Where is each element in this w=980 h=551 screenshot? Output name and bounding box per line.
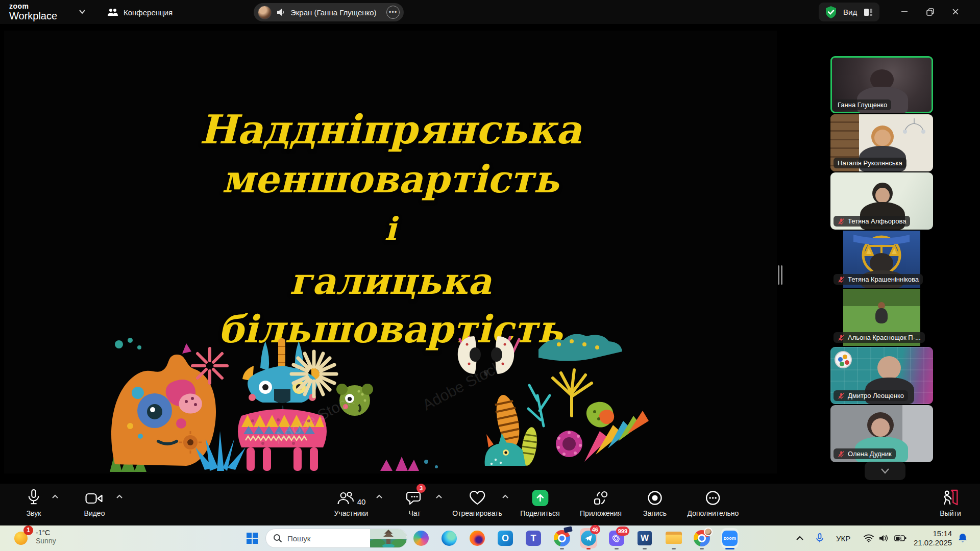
logo-workplace-text: Workplace	[9, 11, 57, 21]
teams-icon[interactable]: T	[525, 530, 542, 547]
search-placeholder: Пошук	[287, 534, 365, 543]
participant-tile[interactable]: Наталія Руколянська	[830, 114, 933, 171]
participant-tile[interactable]: Тетяна Крашеніннікова	[830, 231, 933, 288]
react-button[interactable]: Отреагировать	[452, 488, 502, 517]
running-indicator-attention	[586, 548, 591, 549]
participant-name: Ганна Глущенко	[838, 101, 887, 109]
react-options-chevron[interactable]	[501, 494, 509, 500]
apps-icon	[580, 488, 622, 506]
record-button[interactable]: Запись	[643, 488, 667, 517]
more-button[interactable]: Дополнительно	[688, 488, 739, 517]
restore-button[interactable]	[920, 3, 940, 20]
running-indicator	[672, 548, 676, 549]
participants-count: 40	[357, 497, 366, 506]
tab-conference[interactable]: Конференция	[102, 4, 178, 20]
share-screen-icon	[532, 490, 548, 506]
weather-badge: 1	[23, 525, 33, 535]
audio-options-chevron[interactable]	[51, 494, 59, 500]
share-pill-more-icon[interactable]: •••	[386, 6, 400, 19]
audio-button[interactable]: Звук	[26, 488, 41, 517]
participant-name: Альона Краснощок П-...	[848, 334, 921, 341]
chat-options-chevron[interactable]	[435, 494, 443, 500]
speaker-audio-icon	[276, 8, 286, 17]
weather-sun-icon: 1	[13, 529, 30, 545]
copilot-icon[interactable]	[412, 530, 430, 547]
participant-name: Тетяна Крашеніннікова	[848, 276, 919, 283]
zoom-workplace-logo: zoom Workplace	[9, 3, 57, 21]
shared-screen-slide: Наддніпрянська меншовартість і галицька …	[4, 31, 777, 473]
share-screen-button[interactable]: Поделиться	[520, 488, 559, 517]
video-button[interactable]: Видео	[84, 488, 105, 517]
video-options-chevron[interactable]	[115, 494, 124, 500]
participant-tile[interactable]: Дмитро Леощенко	[830, 347, 933, 404]
security-shield-icon	[825, 6, 837, 19]
start-button[interactable]	[244, 530, 260, 546]
conference-logo-decor	[835, 351, 852, 368]
tray-time: 15:14	[914, 529, 952, 538]
telegram-icon[interactable]: 46	[580, 530, 597, 547]
screen-share-label: Экран (Ганна Глущенко)	[290, 8, 377, 17]
screen-share-indicator-pill[interactable]: Экран (Ганна Глущенко) •••	[254, 3, 404, 21]
chrome-avatar-icon[interactable]	[693, 530, 710, 547]
weather-widget[interactable]: 1 -1°C Sunny	[13, 529, 56, 545]
volume-icon[interactable]	[879, 525, 889, 551]
apps-button[interactable]: Приложения	[580, 488, 622, 517]
running-indicator-active	[725, 548, 734, 549]
conference-tab-label: Конференция	[124, 8, 173, 17]
clock-widget[interactable]: 15:14 21.02.2025	[914, 529, 952, 547]
heart-icon	[452, 488, 502, 506]
participants-options-chevron[interactable]	[375, 494, 383, 500]
workspace-dropdown-chevron-icon[interactable]	[78, 8, 87, 15]
notification-bell-icon[interactable]	[958, 525, 968, 551]
search-highlight-image[interactable]	[370, 529, 407, 548]
view-layout-icon[interactable]	[863, 7, 873, 17]
collapse-panel-button[interactable]	[865, 462, 905, 480]
participant-tile[interactable]: Альона Краснощок П-...	[830, 289, 933, 346]
chrome-profile-icon[interactable]	[553, 530, 571, 547]
battery-icon[interactable]	[894, 525, 906, 551]
microphone-icon	[26, 488, 41, 506]
participant-tile[interactable]: Олена Дудник	[830, 405, 933, 462]
outlook-icon[interactable]: O	[497, 530, 514, 547]
wifi-icon[interactable]	[864, 525, 874, 551]
language-indicator[interactable]: УКР	[836, 525, 850, 551]
participant-tile[interactable]: Тетяна Алфьорова	[830, 172, 933, 230]
search-icon	[273, 534, 282, 543]
zoom-meeting-window: zoom Workplace Конференция Экран (Ганна …	[0, 0, 980, 551]
weather-description: Sunny	[36, 537, 56, 545]
chat-button[interactable]: 3 Чат	[406, 488, 423, 517]
chat-badge: 3	[416, 484, 426, 493]
tray-date: 21.02.2025	[914, 538, 952, 547]
meeting-toolbar: Звук Видео 40 Участники	[0, 484, 980, 525]
close-button[interactable]	[945, 3, 966, 20]
viber-icon[interactable]: 999	[608, 530, 625, 547]
participants-button[interactable]: 40 Участники	[334, 488, 369, 517]
panel-resize-handle[interactable]	[778, 265, 783, 285]
more-ellipsis-icon	[688, 488, 739, 506]
tray-chevron-up[interactable]	[795, 525, 804, 551]
slide-title-line-2: меншовартість	[4, 157, 777, 201]
edge-icon[interactable]	[440, 530, 458, 547]
chandelier-decor	[902, 118, 926, 136]
outlook-letter: O	[502, 533, 509, 544]
running-indicator	[615, 548, 619, 549]
participant-name: Дмитро Леощенко	[848, 392, 904, 399]
participants-icon	[337, 491, 354, 506]
file-explorer-icon[interactable]	[665, 530, 682, 547]
tray-microphone-icon[interactable]	[816, 525, 824, 551]
firefox-icon[interactable]	[469, 530, 486, 547]
participant-tile[interactable]: Ганна Глущенко	[830, 56, 933, 113]
zoom-taskbar-icon[interactable]: zoom	[721, 530, 739, 547]
teams-letter: T	[531, 533, 536, 544]
people-group-icon	[107, 7, 118, 17]
search-box[interactable]: Пошук	[265, 529, 407, 548]
leave-button[interactable]: Выйти	[940, 488, 961, 517]
running-indicator	[560, 548, 564, 549]
minimize-button[interactable]	[894, 3, 915, 20]
slide-title-line-3: і	[4, 210, 777, 247]
word-icon[interactable]: W	[636, 530, 653, 547]
view-label[interactable]: Вид	[843, 8, 857, 16]
slide-title-line-1: Наддніпрянська	[4, 106, 777, 153]
word-letter: W	[641, 533, 649, 543]
camera-icon	[84, 488, 105, 506]
